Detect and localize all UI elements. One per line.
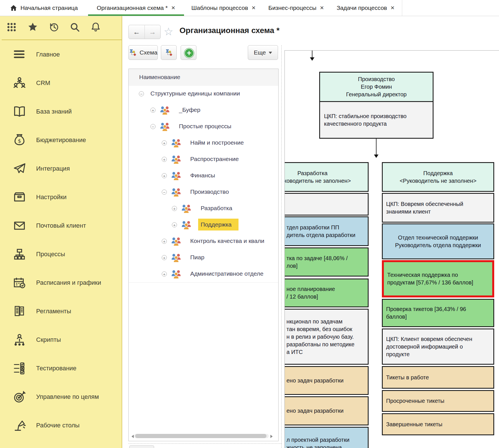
sidebar-item-crm[interactable]: CRM (0, 69, 122, 97)
tree-row[interactable]: − Производство (129, 184, 278, 201)
group-icon (181, 204, 191, 213)
org-units-tree: Наименование − Структурные единицы компа… (128, 69, 279, 441)
forward-button[interactable]: → (145, 25, 161, 39)
expand-icon[interactable]: + (162, 173, 167, 178)
highlighted-label: Поддержка (198, 219, 238, 230)
sidebar-item-knowledge-base[interactable]: База знаний (0, 97, 122, 126)
sidebar-item-budgeting[interactable]: $ Бюджетирование (0, 126, 122, 154)
node-support-kpi2[interactable]: Просроченные тикеты (382, 390, 494, 412)
scroll-right-icon[interactable] (270, 435, 274, 438)
node-dev-dept2[interactable]: л проектной разработки жность не заполне… (284, 427, 369, 448)
expand-icon[interactable]: + (162, 271, 167, 277)
more-button[interactable]: Еще (248, 45, 278, 60)
close-icon[interactable]: ✕ (251, 5, 256, 11)
sidebar-item-integration[interactable]: Интеграция (0, 154, 122, 183)
sidebar-item-label: Управление по целям (36, 382, 99, 411)
lower-panel-button[interactable] (129, 445, 154, 448)
group-icon (171, 155, 181, 164)
close-icon[interactable]: ✕ (171, 5, 175, 11)
tree-row[interactable]: + Пиар (129, 250, 278, 266)
node-dev-kpi1[interactable]: ено задач разработки (284, 366, 369, 395)
node-support-ckp2[interactable]: ЦКП: Клиент вовремя обеспечен достоверно… (382, 329, 494, 365)
group-icon (160, 122, 170, 131)
tree-column-header[interactable]: Наименование (129, 69, 278, 86)
node-support-dept[interactable]: Отдел технической поддержки Руководитель… (382, 223, 494, 259)
sidebar-item-regulations[interactable]: Регламенты (0, 297, 122, 325)
node-support-kpi3[interactable]: Завершенные тикеты (382, 413, 494, 435)
paper-plane-icon (13, 162, 26, 175)
tab-org-schema[interactable]: Организационная схема * ✕ (88, 0, 184, 16)
expand-icon[interactable]: + (172, 222, 177, 227)
sidebar-item-scripts[interactable]: Скрипты (0, 325, 122, 354)
tree-row[interactable]: + _Буфер (129, 102, 278, 119)
hscrollbar-thumb[interactable] (135, 434, 266, 438)
node-support-ckp1[interactable]: ЦКП: Вовремя обеспеченный знаниями клиен… (382, 193, 494, 223)
sidebar-item-label: Почтовый клиент (36, 211, 86, 240)
node-dev-ckp-empty[interactable] (284, 193, 369, 216)
sidebar-item-schedules[interactable]: Расписания и графики (0, 268, 122, 297)
collapse-icon[interactable]: − (139, 91, 144, 96)
tree-row-selected[interactable]: + Поддержка (129, 217, 278, 234)
back-button[interactable]: ← (129, 25, 145, 39)
sidebar-item-label: Расписания и графики (36, 268, 101, 297)
search-icon[interactable] (69, 22, 80, 32)
sidebar-item-mail-client[interactable]: Почтовый клиент (0, 211, 122, 240)
node-support-kpi1[interactable]: Тикеты в работе (382, 366, 494, 389)
node-dev-ckp2[interactable]: нкционал по задачам тан вовремя, без оши… (284, 309, 369, 365)
tab-business-processes[interactable]: Бизнес-процессы ✕ (263, 0, 330, 16)
checklist-icon (13, 362, 26, 375)
tree-row[interactable]: + Найм и построение (129, 135, 278, 152)
favorite-star-icon[interactable]: ☆ (164, 25, 173, 38)
sidebar-item-settings[interactable]: Настройки (0, 183, 122, 211)
arrow-down-icon (310, 57, 314, 63)
node-dev-header[interactable]: Разработка <Руководитель не заполнен> (284, 162, 369, 192)
org-chart-canvas[interactable]: Производство Егор Фомин Генеральный дире… (284, 50, 499, 448)
favorites-star-icon[interactable] (27, 22, 38, 32)
lower-panel-border (128, 443, 281, 444)
sidebar-item-goals[interactable]: Управление по целям (0, 382, 122, 411)
close-icon[interactable]: ✕ (390, 5, 395, 11)
tab-home[interactable]: Начальная страница (0, 0, 88, 16)
tree-row[interactable]: + Контроль качества и квали (129, 233, 278, 250)
node-dev-task1[interactable]: тка по задаче [48,06% / лов] (284, 247, 369, 277)
add-button[interactable]: + (181, 45, 196, 60)
node-root-ckp[interactable]: ЦКП: стабильное производство качественно… (319, 101, 434, 139)
history-clock-icon[interactable] (49, 22, 59, 32)
tab-process-templates[interactable]: Шаблоны процессов ✕ (184, 0, 263, 16)
tree-row[interactable]: − Структурные единицы компании (129, 86, 278, 103)
tree-row[interactable]: + Разработка (129, 201, 278, 217)
tab-process-tasks[interactable]: Задачи процессов ✕ (329, 0, 402, 16)
sidebar-item-desktops[interactable]: Рабочие столы (0, 411, 122, 440)
node-dev-kpi2[interactable]: ено задач разработки (284, 396, 369, 425)
expand-icon[interactable]: + (162, 140, 167, 145)
scroll-left-icon[interactable] (130, 435, 134, 438)
node-support-header[interactable]: Поддержка <Руководитель не заполнен> (382, 162, 494, 192)
sidebar-item-label: Рабочие столы (36, 411, 80, 440)
schema-button[interactable]: Схема (128, 45, 158, 60)
close-icon[interactable]: ✕ (320, 5, 324, 11)
expand-icon[interactable]: + (150, 108, 156, 113)
tree-row[interactable]: + Финансы (129, 168, 278, 184)
expand-icon[interactable]: + (172, 206, 177, 211)
expand-icon[interactable]: + (162, 239, 167, 244)
tree-row[interactable]: − Простые процессы (129, 119, 278, 135)
panel-splitter[interactable] (281, 45, 282, 448)
node-support-task2[interactable]: Проверка тикетов [36,43% / 96 баллов] (382, 299, 494, 327)
collapse-icon[interactable]: − (162, 190, 167, 195)
schema-alt-button[interactable] (161, 45, 177, 60)
tree-row[interactable]: + Распространение (129, 151, 278, 168)
notifications-bell-icon[interactable] (90, 22, 101, 32)
node-dev-task2[interactable]: ное планирование / 12 баллов] (284, 279, 369, 307)
expand-icon[interactable]: + (162, 255, 167, 260)
sidebar-item-main[interactable]: Главное (0, 40, 122, 69)
sidebar-item-label: Бюджетирование (36, 126, 86, 154)
collapse-icon[interactable]: − (150, 124, 156, 129)
apps-grid-icon[interactable] (6, 22, 17, 32)
expand-icon[interactable]: + (162, 157, 167, 162)
node-dev-dept[interactable]: тдел разработки ПП дитель отдела разрабо… (284, 216, 369, 246)
node-support-task1-selected[interactable]: Техническая поддержка по продуктам [57,6… (382, 260, 494, 297)
sidebar-item-processes[interactable]: Процессы (0, 240, 122, 268)
tree-row[interactable]: + Административное отделе (129, 266, 278, 283)
node-root-header[interactable]: Производство Егор Фомин Генеральный дире… (319, 72, 434, 102)
sidebar-item-testing[interactable]: Тестирование (0, 354, 122, 382)
